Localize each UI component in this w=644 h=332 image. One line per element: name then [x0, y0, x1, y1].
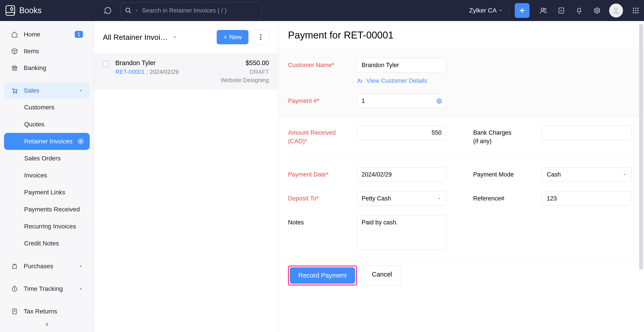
search-input[interactable] — [142, 7, 258, 14]
nav-home-badge: 1 — [75, 31, 83, 38]
section-details: Payment Date* Payment Mode Cash Deposit … — [278, 159, 644, 259]
payment-number-input[interactable] — [357, 94, 446, 108]
record-payment-button[interactable]: Record Payment — [290, 267, 355, 284]
row-checkbox[interactable] — [103, 61, 110, 67]
new-retainer-invoice-button[interactable]: + New — [217, 30, 248, 44]
subnav-sales-orders[interactable]: Sales Orders — [4, 150, 90, 167]
add-retainer-invoice-icon[interactable]: + — [78, 138, 84, 145]
list-filter-caret-icon[interactable] — [172, 34, 178, 40]
caret-down-icon — [78, 88, 83, 93]
svg-point-17 — [16, 92, 17, 93]
svg-point-2 — [541, 8, 544, 11]
record-payment-highlight: Record Payment — [288, 265, 357, 285]
nav-items[interactable]: Items — [4, 43, 90, 60]
cancel-button[interactable]: Cancel — [363, 265, 401, 285]
row-amount: $550.00 — [246, 59, 269, 67]
settings-icon[interactable] — [593, 7, 601, 15]
nav-sales[interactable]: Sales — [4, 82, 90, 99]
books-logo-icon — [4, 5, 16, 16]
svg-point-9 — [637, 8, 639, 9]
svg-point-1 — [126, 8, 130, 12]
row-status: DRAFT — [250, 69, 269, 75]
label-payment-no: Payment #* — [288, 94, 346, 105]
notes-textarea[interactable] — [357, 215, 446, 250]
svg-point-24 — [438, 100, 440, 102]
payment-mode-select[interactable]: Cash — [542, 167, 632, 182]
nav-label: Sales — [24, 87, 39, 94]
apps-grid-icon[interactable] — [632, 7, 640, 14]
list-more-button[interactable] — [252, 29, 269, 45]
label-amount-received: Amount Received (CAD)* — [288, 126, 346, 146]
chevron-down-icon — [498, 8, 503, 13]
svg-point-14 — [635, 12, 636, 14]
nav-time-tracking[interactable]: Time Tracking — [4, 280, 90, 297]
notifications-icon[interactable] — [575, 7, 583, 15]
payment-number-settings-icon[interactable] — [436, 98, 442, 104]
new-button-label: New — [229, 34, 242, 41]
subnav-payments-received[interactable]: Payments Received — [4, 201, 90, 218]
quick-create-button[interactable] — [515, 3, 530, 18]
svg-point-11 — [635, 10, 636, 11]
global-search[interactable] — [121, 3, 262, 19]
svg-point-6 — [614, 8, 618, 11]
nav-banking[interactable]: Banking — [4, 60, 90, 76]
search-icon — [125, 7, 132, 14]
app-logo[interactable]: Books — [4, 5, 94, 16]
subnav-customers[interactable]: Customers — [4, 99, 90, 116]
bag-icon — [11, 262, 18, 270]
bank-charges-input[interactable] — [542, 126, 632, 140]
label-notes: Notes — [288, 215, 346, 227]
chevron-down-icon — [437, 196, 442, 201]
svg-point-12 — [637, 10, 639, 11]
sales-subnav: Customers Quotes Retainer Invoices + Sal… — [0, 99, 94, 252]
customer-name-input[interactable] — [357, 58, 446, 73]
section-customer: Customer Name* View Customer Details Pay… — [278, 49, 644, 117]
search-scope-caret-icon[interactable] — [135, 9, 139, 13]
list-title[interactable]: All Retainer Invoi… — [103, 33, 168, 42]
row-number[interactable]: RET-00001 — [116, 69, 145, 75]
bank-icon — [11, 64, 18, 72]
org-switcher[interactable]: Zylker CA — [469, 7, 503, 14]
label-payment-mode: Payment Mode — [473, 167, 531, 179]
svg-point-21 — [260, 37, 262, 38]
svg-point-16 — [13, 92, 14, 93]
subnav-retainer-invoices[interactable]: Retainer Invoices + — [4, 133, 90, 150]
home-icon — [11, 31, 18, 38]
user-avatar[interactable] — [609, 4, 623, 18]
announcements-icon[interactable] — [557, 7, 565, 15]
scrollbar[interactable] — [639, 24, 643, 270]
form-footer: Record Payment Cancel — [278, 259, 644, 293]
sidebar-collapse-button[interactable] — [0, 316, 94, 332]
svg-point-15 — [637, 12, 639, 14]
svg-point-7 — [633, 8, 634, 9]
retainer-invoice-list: All Retainer Invoi… + New Brandon Tyler … — [94, 21, 278, 332]
subnav-credit-notes[interactable]: Credit Notes — [4, 235, 90, 252]
subnav-payment-links[interactable]: Payment Links — [4, 184, 90, 201]
refresh-button[interactable] — [103, 6, 113, 16]
subnav-invoices[interactable]: Invoices — [4, 167, 90, 184]
plus-icon: + — [224, 34, 227, 41]
sidebar: Home 1 Items Banking Sales Customers Quo… — [0, 21, 94, 332]
receipt-icon — [11, 308, 18, 315]
label-reference: Reference# — [473, 191, 531, 203]
reference-input[interactable] — [542, 191, 632, 206]
cart-icon — [11, 87, 18, 94]
retainer-invoice-row[interactable]: Brandon Tyler $550.00 RET-00001 | 2024/0… — [94, 53, 278, 90]
subnav-recurring-invoices[interactable]: Recurring Invoices — [4, 218, 90, 235]
users-icon[interactable] — [539, 7, 548, 15]
deposit-to-select[interactable]: Petty Cash — [357, 191, 446, 206]
svg-point-8 — [635, 8, 636, 9]
label-customer-name: Customer Name* — [288, 58, 346, 70]
subnav-quotes[interactable]: Quotes — [4, 116, 90, 133]
label-payment-date: Payment Date* — [288, 167, 346, 179]
nav-label: Home — [24, 31, 40, 38]
amount-received-input[interactable] — [357, 126, 446, 140]
cube-icon — [11, 48, 18, 55]
nav-label: Items — [24, 48, 39, 55]
row-date: 2024/02/29 — [150, 69, 179, 75]
view-customer-details-link[interactable]: View Customer Details — [357, 77, 446, 84]
payment-date-input[interactable] — [357, 167, 446, 182]
nav-purchases[interactable]: Purchases — [4, 258, 90, 274]
nav-home[interactable]: Home 1 — [4, 26, 90, 43]
clock-icon — [11, 285, 18, 293]
